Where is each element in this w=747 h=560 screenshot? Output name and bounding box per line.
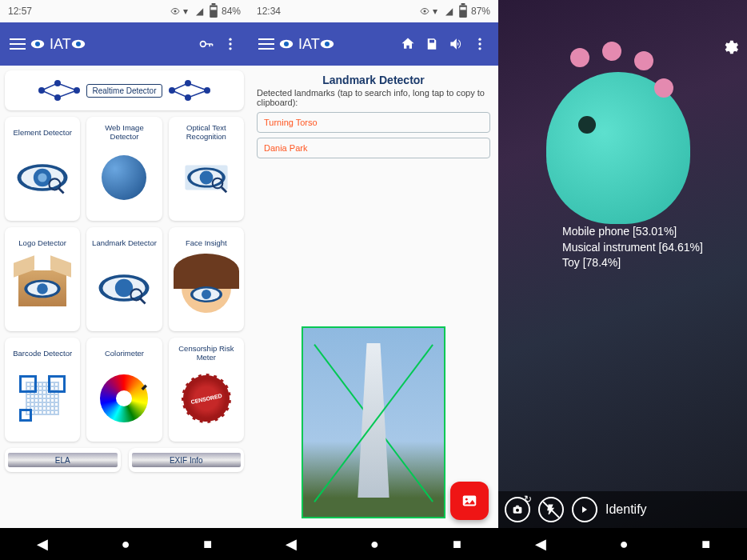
card-title: Logo Detector [18,234,66,251]
screen-realtime-camera: Mobile phone [53.01%] Musical instrument… [498,0,747,560]
landmark-eye-icon [90,251,158,325]
svg-line-25 [58,188,63,193]
wifi-icon: ▾ [183,6,193,16]
face-insight-card[interactable]: Face Insight [169,227,244,331]
home-nav-icon[interactable]: ● [620,536,629,553]
key-icon[interactable] [194,32,218,56]
wifi-icon: ▾ [433,6,442,16]
card-title: Web Image Detector [90,123,158,141]
svg-rect-3 [210,7,216,10]
back-nav-icon[interactable]: ◀ [535,535,546,553]
card-title: Colorimeter [105,344,144,362]
home-nav-icon[interactable]: ● [122,536,130,553]
svg-rect-44 [459,6,467,18]
camera-flip-icon[interactable]: ↻ [505,497,530,522]
card-title: Landmark Detector [92,234,157,251]
app-logo-eye-left [279,38,294,50]
overflow-icon[interactable] [218,32,242,56]
battery-percent: 87% [471,6,490,17]
exif-info-card[interactable]: EXIF Info [129,448,245,472]
qrcode-icon [8,362,77,435]
recent-nav-icon[interactable]: ■ [701,536,710,553]
app-logo-eye-right [71,38,86,50]
svg-point-48 [284,42,289,46]
svg-rect-46 [460,7,465,10]
screen-main-grid: 12:57 ▾ ◢ 84% IAT Realtime Detector [0,0,249,560]
detection-results: Mobile phone [53.01%] Musical instrument… [562,224,703,271]
status-bar: 12:34 ▾ ◢ 87% [249,0,498,22]
censored-stamp-icon: CENSORED [172,362,241,435]
node-graph-left [37,78,82,102]
globe-eye-icon [90,141,158,214]
screen-landmark-detector: 12:34 ▾ ◢ 87% IAT Landmark Detector Dete… [249,0,498,560]
detection-line: Musical instrument [64.61%] [562,240,703,256]
speak-icon[interactable] [572,497,597,522]
landmark-content: Landmark Detector Detected landmarks (ta… [249,66,498,528]
web-image-detector-card[interactable]: Web Image Detector [86,117,162,221]
colorimeter-card[interactable]: Colorimeter [86,338,162,442]
realtime-detector-label: Realtime Detector [86,84,162,98]
face-eye-icon [172,251,241,325]
card-title: Face Insight [186,234,227,251]
save-icon[interactable] [420,32,444,56]
svg-point-5 [35,42,40,46]
app-title: IAT [50,36,71,53]
status-time: 12:34 [257,6,281,17]
svg-point-55 [465,498,468,501]
status-time: 12:57 [8,6,32,17]
camera-subject [546,72,690,224]
svg-point-53 [478,47,481,50]
signal-icon: ◢ [445,6,455,16]
landmark-image-preview[interactable] [302,326,445,518]
battery-icon [209,6,218,16]
recent-nav-icon[interactable]: ■ [203,536,212,553]
battery-percent: 84% [222,6,241,17]
logo-detector-card[interactable]: Logo Detector [5,227,80,331]
app-title: IAT [298,36,320,53]
node-graph-right [167,78,212,102]
back-nav-icon[interactable]: ◀ [286,535,297,553]
battery-icon [458,6,468,16]
settings-icon[interactable] [721,38,739,59]
recent-nav-icon[interactable]: ■ [453,536,461,553]
menu-icon[interactable] [258,38,274,50]
back-nav-icon[interactable]: ◀ [37,535,48,553]
card-title: Element Detector [13,123,71,141]
app-logo-eye-right [320,38,334,50]
landmark-result-item[interactable]: Turning Torso [257,112,490,133]
landmark-detector-card[interactable]: Landmark Detector [86,227,162,331]
svg-point-9 [229,38,231,41]
flash-off-icon[interactable] [538,497,564,522]
nav-bar: ◀ ● ■ [498,528,747,560]
home-icon[interactable] [396,32,420,56]
home-nav-icon[interactable]: ● [370,536,379,553]
nav-bar: ◀ ● ■ [249,528,498,560]
element-detector-card[interactable]: Element Detector [5,117,80,221]
svg-point-43 [423,10,425,13]
identify-button[interactable]: Identify [605,502,647,517]
svg-point-51 [478,38,481,41]
landmark-result-item[interactable]: Dania Park [257,138,490,158]
detection-line: Mobile phone [53.01%] [562,224,703,240]
ocr-eye-icon [172,141,241,214]
card-title: Barcode Detector [13,344,72,362]
svg-point-42 [202,290,211,299]
svg-point-8 [201,42,206,47]
volume-icon[interactable] [444,32,468,56]
card-title: Optical Text Recognition [172,123,241,141]
gallery-fab-button[interactable] [450,482,489,520]
optical-text-recognition-card[interactable]: Optical Text Recognition [169,117,244,221]
eye-icon [8,141,77,214]
censorship-risk-meter-card[interactable]: Censorship Risk Meter CENSORED [169,338,244,442]
svg-rect-2 [212,3,216,5]
svg-point-7 [76,42,81,46]
svg-point-52 [478,42,481,45]
menu-icon[interactable] [10,38,26,50]
realtime-detector-card[interactable]: Realtime Detector [5,70,244,110]
svg-point-57 [516,509,519,512]
svg-point-11 [229,47,231,50]
overflow-icon[interactable] [468,32,492,56]
ela-card[interactable]: ELA [5,448,121,472]
svg-rect-45 [461,3,465,5]
barcode-detector-card[interactable]: Barcode Detector [5,338,80,442]
